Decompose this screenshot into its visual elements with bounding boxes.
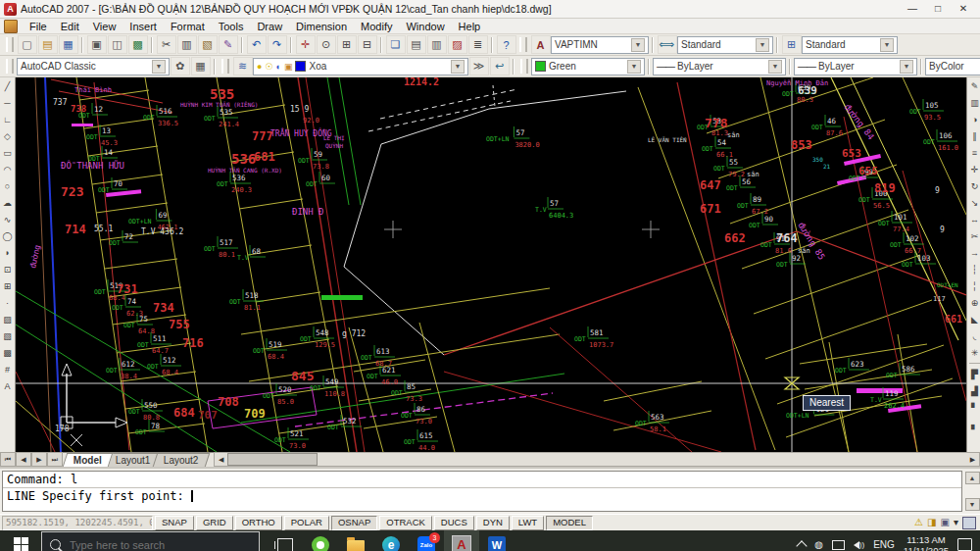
menu-insert[interactable]: Insert (122, 21, 164, 32)
scale-icon[interactable]: ↘ (968, 194, 980, 211)
point-icon[interactable]: · (1, 294, 15, 311)
cut-icon[interactable]: ✂ (157, 35, 176, 54)
status-toggle-ortho[interactable]: ORTHO (235, 516, 282, 530)
send-to-back-icon[interactable]: ▟ (968, 382, 980, 399)
open-icon[interactable]: ▤ (38, 35, 58, 54)
status-toggle-otrack[interactable]: OTRACK (379, 516, 432, 530)
save-icon[interactable]: ▦ (59, 35, 78, 54)
arc-icon[interactable]: ◠ (1, 161, 15, 177)
toolbar-grip[interactable] (6, 37, 14, 52)
undo-icon[interactable]: ↶ (247, 35, 267, 54)
layer-combo[interactable]: ● ☉ ◐ ▣ Xoa ▼ (253, 58, 468, 75)
copy-object-icon[interactable]: ▥ (968, 94, 980, 111)
scroll-right-arrow[interactable]: ▶ (966, 454, 979, 465)
tab-last-button[interactable]: ⏭ (47, 452, 63, 467)
polyline-icon[interactable]: ∟ (1, 111, 15, 127)
rectangle-icon[interactable]: ▭ (1, 144, 15, 161)
command-prompt-line[interactable]: LINE Specify first point: (3, 487, 961, 504)
tray-expand-icon[interactable] (796, 540, 807, 551)
pan-icon[interactable]: ✛ (296, 35, 316, 54)
fillet-icon[interactable]: ◟ (968, 327, 980, 344)
line-icon[interactable]: ╱ (1, 77, 15, 94)
trim-icon[interactable]: ✂ (968, 227, 980, 244)
text-style-icon[interactable]: A (531, 35, 551, 54)
menu-window[interactable]: Window (399, 21, 451, 32)
hatch-icon[interactable]: ▨ (1, 311, 15, 327)
spline-icon[interactable]: ∿ (1, 211, 15, 227)
taskbar-search[interactable] (41, 531, 260, 551)
zoom-realtime-icon[interactable]: ⊙ (317, 35, 336, 54)
layer-lock-icon[interactable]: ◐ (276, 62, 281, 72)
toolbar-lock-icon[interactable]: ◨ (927, 517, 936, 528)
communication-center-icon[interactable]: ⚠ (914, 517, 923, 528)
menu-file[interactable]: File (23, 21, 54, 32)
linetype-control-combo[interactable]: —— ByLayer▼ (653, 58, 786, 75)
extend-icon[interactable]: → (968, 244, 980, 261)
dim-style-combo[interactable]: Standard▼ (677, 36, 773, 54)
send-under-objects-icon[interactable]: ▖ (968, 416, 980, 432)
taskbar-edge[interactable]: e (373, 530, 409, 551)
mirror-icon[interactable]: ◑ (968, 111, 980, 127)
new-icon[interactable]: ▢ (18, 35, 37, 54)
lineweight-control-combo[interactable]: —— ByLayer▼ (794, 58, 917, 75)
make-object-layer-current-icon[interactable]: ≫ (469, 57, 489, 75)
tab-prev-button[interactable]: ◀ (16, 452, 31, 467)
action-center-icon[interactable] (957, 538, 972, 551)
rotate-icon[interactable]: ↻ (968, 177, 980, 194)
tray-app-icon[interactable]: ◍ (814, 539, 823, 550)
volume-icon[interactable]: )) (854, 540, 864, 549)
table-icon[interactable]: # (1, 361, 15, 377)
ellipse-arc-icon[interactable]: ◗ (1, 244, 15, 261)
toolbar-grip[interactable] (6, 59, 14, 74)
menu-tools[interactable]: Tools (212, 21, 251, 32)
toolbar-grip[interactable] (519, 37, 527, 52)
clock[interactable]: 11:13 AM 11/11/2025 (904, 534, 949, 551)
status-toggle-grid[interactable]: GRID (196, 516, 233, 530)
menu-dimension[interactable]: Dimension (289, 21, 354, 32)
offset-icon[interactable]: ∥ (968, 127, 980, 144)
revision-cloud-icon[interactable]: ☁ (1, 194, 15, 211)
workspaces-combo[interactable]: AutoCAD Classic▼ (17, 58, 170, 75)
workspace-settings-icon[interactable]: ✿ (171, 57, 190, 75)
scroll-left-arrow[interactable]: ◀ (215, 454, 227, 465)
menu-format[interactable]: Format (164, 21, 212, 32)
cmd-scroll-up[interactable]: ▲ (965, 472, 980, 484)
redo-icon[interactable]: ↷ (268, 35, 287, 54)
search-input[interactable] (68, 538, 228, 551)
zoom-previous-icon[interactable]: ⊟ (358, 35, 377, 54)
status-toggle-dyn[interactable]: DYN (476, 516, 510, 530)
layer-previous-icon[interactable]: ↩ (490, 57, 510, 75)
help-icon[interactable]: ? (497, 35, 516, 54)
menu-modify[interactable]: Modify (354, 21, 399, 32)
chamfer-icon[interactable]: ◣ (968, 311, 980, 327)
clean-screen-button[interactable] (962, 517, 976, 529)
layer-on-icon[interactable]: ● (257, 62, 262, 72)
save-workspace-icon[interactable]: ▦ (191, 57, 211, 75)
zoom-window-icon[interactable]: ⊞ (337, 35, 357, 54)
scroll-thumb[interactable] (227, 453, 318, 466)
insert-block-icon[interactable]: ⊡ (1, 261, 15, 277)
bring-to-front-icon[interactable]: ▛ (968, 366, 980, 382)
status-menu-arrow[interactable]: ▾ (954, 517, 958, 528)
markup-icon[interactable]: ▨ (448, 35, 467, 54)
close-button[interactable]: ✕ (951, 1, 976, 17)
status-toggle-lwt[interactable]: LWT (512, 516, 544, 530)
copy-icon[interactable]: ▥ (177, 35, 197, 54)
dim-style-icon[interactable]: ⟺ (658, 35, 677, 54)
network-icon[interactable] (832, 540, 845, 550)
table-style-icon[interactable]: ⊞ (782, 35, 802, 54)
taskbar-autocad[interactable]: A (444, 530, 479, 551)
status-toggle-model[interactable]: MODEL (546, 516, 593, 530)
language-indicator[interactable]: ENG (873, 539, 895, 550)
text-style-combo[interactable]: VAPTIMN▼ (551, 36, 649, 54)
horizontal-scrollbar[interactable]: ◀ ▶ (214, 452, 980, 467)
plot-icon[interactable]: ▣ (87, 35, 107, 54)
construction-line-icon[interactable]: ─ (1, 94, 15, 111)
task-view-button[interactable] (268, 530, 303, 551)
menu-view[interactable]: View (86, 21, 123, 32)
taskbar-word[interactable]: W (479, 530, 514, 551)
gradient-icon[interactable]: ▧ (1, 327, 15, 344)
layer-freeze-icon[interactable]: ☉ (265, 62, 272, 72)
status-toggle-snap[interactable]: SNAP (155, 516, 194, 530)
erase-icon[interactable]: ✎ (968, 77, 980, 94)
